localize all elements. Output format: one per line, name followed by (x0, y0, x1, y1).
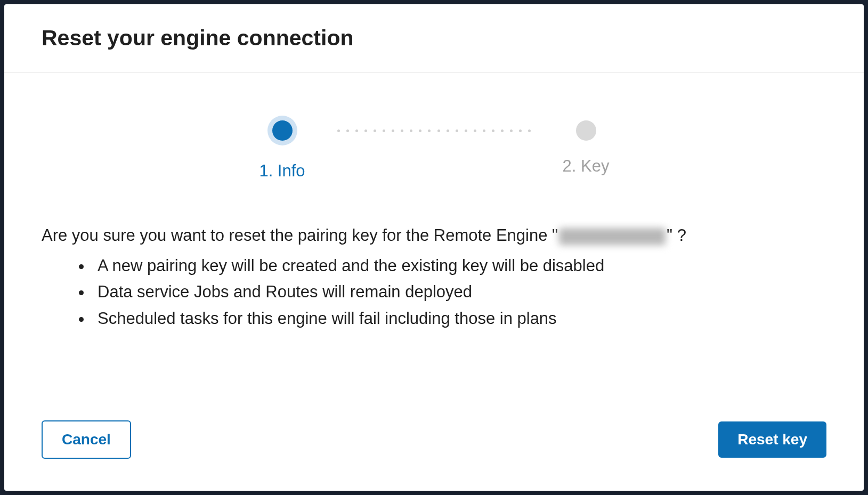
list-item: Scheduled tasks for this engine will fai… (92, 305, 826, 332)
list-item: A new pairing key will be created and th… (92, 253, 826, 279)
engine-name-redacted (559, 228, 666, 245)
step-key-circle-icon (576, 120, 596, 141)
cancel-button[interactable]: Cancel (42, 420, 131, 459)
step-info-circle-icon (267, 116, 297, 145)
modal-header: Reset your engine connection (4, 4, 864, 72)
stepper: 1. Info 2. Key (42, 120, 826, 181)
modal-footer: Cancel Reset key (4, 404, 864, 491)
warning-bullets: A new pairing key will be created and th… (42, 253, 826, 332)
step-key-label: 2. Key (563, 157, 610, 176)
step-info-label: 1. Info (259, 161, 305, 181)
confirm-suffix: " ? (667, 226, 686, 245)
reset-engine-modal: Reset your engine connection 1. Info 2. … (4, 4, 864, 491)
modal-title: Reset your engine connection (42, 26, 826, 51)
step-info[interactable]: 1. Info (237, 120, 328, 181)
step-key[interactable]: 2. Key (541, 120, 631, 176)
modal-body: 1. Info 2. Key Are you sure you want to … (4, 72, 864, 404)
confirm-text: Are you sure you want to reset the pairi… (42, 223, 826, 248)
list-item: Data service Jobs and Routes will remain… (92, 279, 826, 305)
confirm-prefix: Are you sure you want to reset the pairi… (42, 226, 558, 245)
reset-key-button[interactable]: Reset key (718, 421, 826, 458)
stepper-connector (328, 120, 541, 141)
